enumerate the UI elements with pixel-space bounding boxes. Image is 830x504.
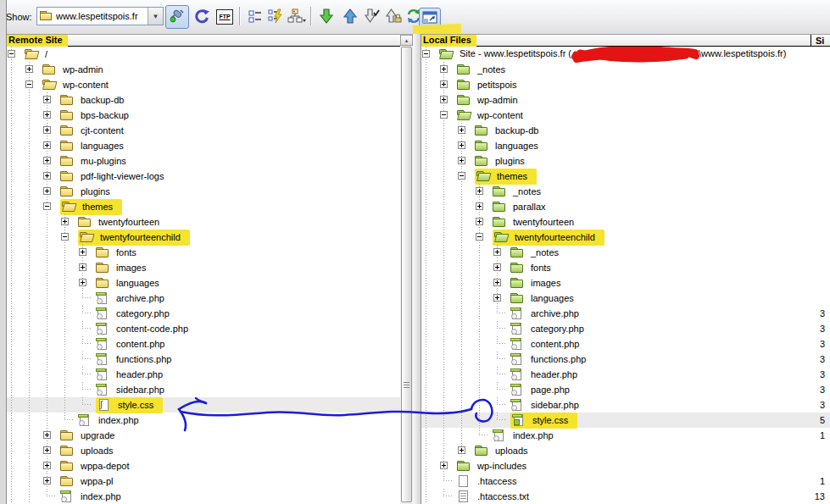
- tree-row[interactable]: /: [7, 47, 400, 62]
- tree-row[interactable]: category.php: [7, 306, 400, 321]
- panel-splitter[interactable]: [413, 34, 421, 504]
- expand-plus-box[interactable]: [476, 202, 483, 210]
- tree-row[interactable]: page.php3: [421, 382, 830, 397]
- tree-row[interactable]: plugins: [421, 153, 830, 169]
- expand-plus-box[interactable]: [458, 141, 465, 149]
- expand-plus-box[interactable]: [43, 126, 51, 134]
- expand-plus-box[interactable]: [440, 65, 448, 73]
- scrollbar-thumb[interactable]: [401, 47, 412, 502]
- tree-row[interactable]: pdf-light-viewer-logs: [7, 169, 400, 184]
- tree-row[interactable]: bps-backup: [7, 108, 400, 123]
- tree-row[interactable]: Site - www.lespetitspois.fr (\www.lespet…: [421, 47, 830, 62]
- tree-row[interactable]: twentyfourteenchild: [421, 230, 830, 245]
- tree-row[interactable]: header.php3: [421, 367, 830, 382]
- expand-plus-box[interactable]: [493, 263, 501, 271]
- collapse-minus-box[interactable]: [458, 172, 465, 180]
- collapse-minus-box[interactable]: [476, 233, 483, 241]
- tree-row[interactable]: languages: [421, 291, 830, 306]
- tree-row[interactable]: twentyfourteenchild: [7, 230, 400, 245]
- expand-plus-box[interactable]: [493, 279, 501, 286]
- tree-row[interactable]: uploads: [7, 443, 400, 458]
- collapse-minus-box[interactable]: [25, 80, 33, 88]
- local-files-column-header[interactable]: Local Files Si: [421, 34, 830, 47]
- tree-row[interactable]: archive.php3: [421, 306, 830, 321]
- tree-row[interactable]: petitspois: [421, 77, 830, 92]
- tree-row[interactable]: themes: [7, 199, 400, 214]
- tree-row[interactable]: uploads: [421, 443, 830, 458]
- expand-plus-box[interactable]: [458, 157, 465, 164]
- expand-plus-box[interactable]: [43, 141, 51, 149]
- tree-row[interactable]: languages: [421, 138, 830, 153]
- check-out-button[interactable]: [360, 5, 384, 29]
- size-column-header[interactable]: Si: [811, 35, 824, 46]
- tree-row[interactable]: wp-admin: [421, 92, 830, 108]
- tree-row[interactable]: .htaccess1: [421, 474, 830, 489]
- tree-row[interactable]: content.php3: [421, 336, 830, 352]
- tree-row[interactable]: fonts: [7, 245, 400, 260]
- collapse-minus-box[interactable]: [43, 202, 51, 210]
- tree-row[interactable]: wp-includes: [421, 458, 830, 474]
- tree-row[interactable]: backup-db: [421, 123, 830, 138]
- tree-row[interactable]: plugins: [7, 184, 400, 199]
- expand-plus-box[interactable]: [43, 111, 51, 119]
- testing-server-view-button[interactable]: [264, 5, 287, 29]
- expand-plus-box[interactable]: [79, 263, 86, 271]
- remote-tree-scrollbar[interactable]: ▲: [400, 35, 413, 504]
- collapse-minus-box[interactable]: [440, 111, 448, 119]
- tree-row[interactable]: style.css5: [421, 413, 830, 428]
- tree-row[interactable]: wp-admin: [7, 62, 400, 77]
- tree-row[interactable]: wp-content: [7, 77, 400, 92]
- tree-row[interactable]: mu-plugins: [7, 153, 400, 169]
- chevron-down-icon[interactable]: ▼: [148, 8, 163, 25]
- tree-row[interactable]: twentyfourteen: [421, 214, 830, 230]
- tree-row[interactable]: wp-content: [421, 108, 830, 123]
- tree-row[interactable]: index.php: [7, 413, 400, 428]
- expand-plus-box[interactable]: [25, 65, 33, 73]
- tree-row[interactable]: cjt-content: [7, 123, 400, 138]
- tree-row[interactable]: wppa-depot: [7, 458, 400, 474]
- tree-row[interactable]: sidebar.php3: [421, 397, 830, 413]
- remote-site-column-header[interactable]: Remote Site: [7, 34, 400, 47]
- ftp-log-button[interactable]: FTP: [213, 5, 237, 29]
- expand-plus-box[interactable]: [476, 187, 483, 195]
- collapse-minus-box[interactable]: [8, 50, 15, 58]
- tree-row[interactable]: parallax: [421, 199, 830, 214]
- site-selector-dropdown[interactable]: www.lespetitspois.fr ▼: [36, 7, 164, 25]
- expand-plus-box[interactable]: [43, 96, 51, 103]
- expand-plus-box[interactable]: [440, 96, 448, 103]
- tree-row[interactable]: archive.php: [7, 291, 400, 306]
- get-files-button[interactable]: [315, 5, 338, 29]
- tree-row[interactable]: wppa-pl: [7, 474, 400, 489]
- expand-plus-box[interactable]: [493, 248, 501, 256]
- expand-plus-box[interactable]: [43, 431, 51, 439]
- tree-row[interactable]: languages: [7, 275, 400, 291]
- expand-plus-box[interactable]: [79, 279, 86, 286]
- refresh-button[interactable]: [190, 5, 214, 29]
- tree-row[interactable]: index.php: [7, 489, 400, 504]
- collapse-minus-box[interactable]: [422, 50, 430, 58]
- tree-row[interactable]: content.php: [7, 336, 400, 352]
- tree-row[interactable]: fonts: [421, 260, 830, 275]
- tree-row[interactable]: ʃstyle.css: [7, 397, 400, 413]
- expand-plus-box[interactable]: [61, 218, 69, 225]
- tree-row[interactable]: _notes: [421, 62, 830, 77]
- tree-row[interactable]: _notes: [421, 184, 830, 199]
- connect-button[interactable]: [165, 5, 189, 29]
- scrollbar-up-arrow-icon[interactable]: ▲: [400, 35, 413, 46]
- collapse-minus-box[interactable]: [61, 233, 69, 241]
- tree-row[interactable]: functions.php: [7, 352, 400, 367]
- expand-plus-box[interactable]: [440, 80, 448, 88]
- tree-row[interactable]: functions.php3: [421, 352, 830, 367]
- tree-row[interactable]: themes: [421, 169, 830, 184]
- expand-plus-box[interactable]: [43, 172, 51, 180]
- put-files-button[interactable]: [338, 5, 362, 29]
- tree-row[interactable]: sidebar.php: [7, 382, 400, 397]
- expand-plus-box[interactable]: [493, 294, 501, 302]
- expand-plus-box[interactable]: [458, 446, 465, 454]
- expand-plus-box[interactable]: [43, 462, 51, 469]
- expand-plus-box[interactable]: [43, 446, 51, 454]
- expand-plus-box[interactable]: [476, 218, 483, 225]
- expand-plus-box[interactable]: [458, 126, 465, 134]
- tree-row[interactable]: index.php1: [421, 428, 830, 443]
- expand-plus-box[interactable]: [43, 157, 51, 164]
